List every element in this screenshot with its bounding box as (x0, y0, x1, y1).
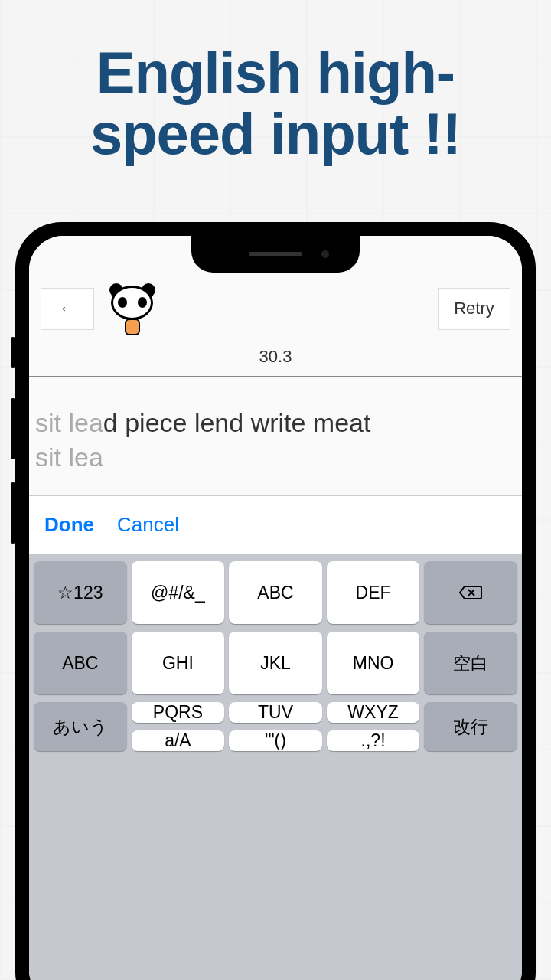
camera-icon (321, 250, 329, 258)
backspace-icon (458, 583, 483, 602)
retry-button[interactable]: Retry (438, 288, 510, 330)
key-quotes[interactable]: '"() (229, 730, 322, 751)
key-space[interactable]: 空白 (424, 632, 517, 694)
typing-area: sit lead piece lend write meat sit lea (29, 377, 522, 496)
key-pqrs[interactable]: PQRS (132, 702, 225, 723)
key-wxyz[interactable]: WXYZ (327, 702, 420, 723)
key-mode-kana[interactable]: あいう (34, 702, 127, 751)
panda-character-icon (106, 282, 159, 335)
phone-side-button (11, 398, 15, 459)
key-jkl[interactable]: JKL (229, 632, 322, 694)
phone-mockup-frame: ← Retry 30.3 sit lead piece lend write m… (15, 222, 536, 980)
key-mno[interactable]: MNO (327, 632, 420, 694)
typed-portion: sit lea (35, 408, 103, 437)
key-return[interactable]: 改行 (424, 702, 517, 751)
key-backspace[interactable] (424, 561, 517, 624)
key-abc[interactable]: ABC (229, 561, 322, 624)
phone-notch (191, 236, 360, 273)
key-num-symbols[interactable]: ☆123 (34, 561, 127, 624)
phone-side-button (11, 337, 15, 368)
keyboard: ☆123 @#/&_ ABC DEF ABC GHI (29, 554, 522, 980)
promo-headline: English high-speed input !! (0, 0, 551, 188)
key-ghi[interactable]: GHI (132, 632, 225, 694)
keyboard-action-bar: Done Cancel (29, 496, 522, 554)
user-input-text[interactable]: sit lea (35, 443, 516, 472)
speaker-icon (249, 252, 302, 256)
back-arrow-icon: ← (59, 299, 76, 318)
target-text: sit lead piece lend write meat (35, 408, 516, 438)
key-mode-abc[interactable]: ABC (34, 632, 127, 694)
key-def[interactable]: DEF (327, 561, 420, 624)
key-punctuation[interactable]: .,?! (327, 730, 420, 751)
key-special-chars[interactable]: @#/&_ (132, 561, 225, 624)
key-case-toggle[interactable]: a/A (132, 730, 225, 751)
retry-label: Retry (454, 299, 494, 318)
key-tuv[interactable]: TUV (229, 702, 322, 723)
back-button[interactable]: ← (41, 288, 94, 330)
done-button[interactable]: Done (44, 513, 94, 537)
timer-display: 30.3 (29, 343, 522, 377)
phone-side-button (11, 482, 15, 544)
cancel-button[interactable]: Cancel (117, 513, 179, 537)
remaining-portion: d piece lend write meat (103, 408, 371, 437)
phone-screen: ← Retry 30.3 sit lead piece lend write m… (29, 236, 522, 980)
